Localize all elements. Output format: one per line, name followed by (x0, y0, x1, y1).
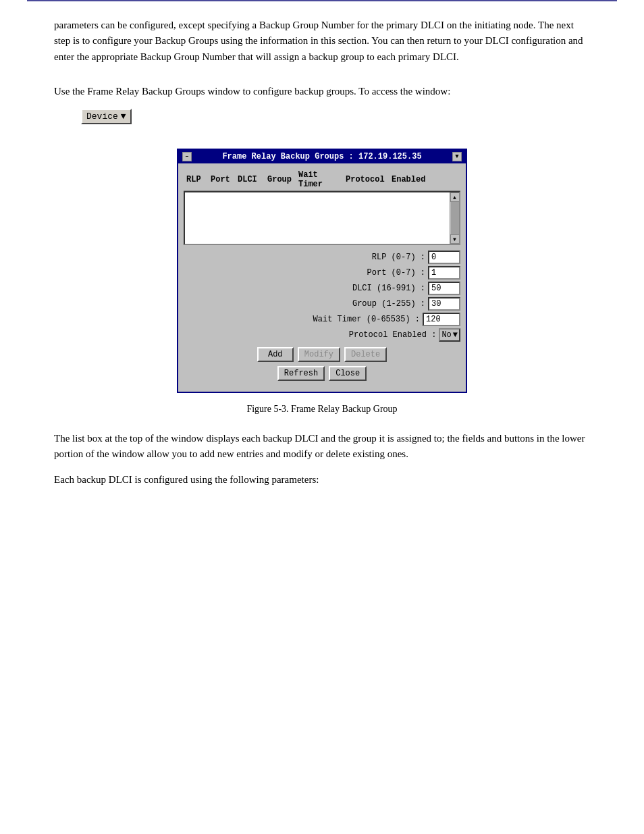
access-text: Use the Frame Relay Backup Groups window… (54, 84, 590, 99)
protocol-label: Protocol Enabled : (321, 330, 436, 340)
scroll-up-icon[interactable]: ▲ (450, 192, 460, 202)
col-wait-header: Wait Timer (298, 170, 346, 189)
protocol-select[interactable]: No ▼ (439, 328, 460, 342)
protocol-value: No (441, 330, 451, 340)
content-area: parameters can be configured, except spe… (54, 18, 590, 488)
rlp-field-row: RLP (0-7) : (184, 251, 460, 264)
dlci-field-row: DLCI (16-991) : (184, 282, 460, 295)
col-port-header: Port (211, 175, 238, 184)
form-rows: RLP (0-7) : Port (0-7) : DLCI (16-991) : (184, 251, 460, 342)
dlci-input[interactable] (428, 282, 460, 295)
col-dlci-header: DLCI (238, 175, 267, 184)
intro-paragraph: parameters can be configured, except spe… (54, 18, 590, 65)
device-button-area: Device ▼ (81, 109, 590, 124)
port-input[interactable] (428, 266, 460, 280)
button-row-2: Refresh Close (184, 366, 460, 381)
col-enabled-header: Enabled (392, 175, 425, 184)
wait-field-row: Wait Timer (0-65535) : (184, 313, 460, 326)
port-label: Port (0-7) : (311, 268, 425, 278)
list-header: RLP Port DLCI Group Wait Timer Protocol … (184, 169, 460, 191)
button-row-1: Add Modify Delete (184, 347, 460, 362)
window-frame: – Frame Relay Backup Groups : 172.19.125… (177, 149, 467, 393)
protocol-dropdown-icon: ▼ (453, 330, 458, 340)
add-button[interactable]: Add (257, 347, 294, 362)
delete-button[interactable]: Delete (344, 347, 387, 362)
port-field-row: Port (0-7) : (184, 266, 460, 280)
scrollbar[interactable]: ▲ ▼ (450, 192, 459, 244)
device-arrow-icon: ▼ (121, 111, 126, 122)
wait-timer-input[interactable] (423, 313, 460, 326)
window-title: Frame Relay Backup Groups : 172.19.125.3… (192, 152, 452, 161)
col-group-header: Group (267, 175, 298, 184)
figure-caption: Figure 5-3. Frame Relay Backup Group (54, 404, 590, 415)
protocol-field-row: Protocol Enabled : No ▼ (184, 328, 460, 342)
window-titlebar: – Frame Relay Backup Groups : 172.19.125… (178, 150, 466, 163)
window-screenshot: – Frame Relay Backup Groups : 172.19.125… (177, 149, 467, 393)
wait-label: Wait Timer (0-65535) : (305, 315, 420, 324)
rlp-label: RLP (0-7) : (311, 253, 425, 262)
dlci-label: DLCI (16-991) : (311, 284, 425, 293)
top-rule (27, 0, 617, 1)
list-area[interactable]: ▲ ▼ (184, 191, 460, 245)
window-menu-icon[interactable]: – (182, 152, 192, 161)
page-container: parameters can be configured, except spe… (0, 0, 644, 834)
description-text: The list box at the top of the window di… (54, 431, 590, 463)
window-body: RLP Port DLCI Group Wait Timer Protocol … (178, 163, 466, 392)
col-rlp-header: RLP (186, 175, 211, 184)
device-button-label: Device (86, 111, 118, 122)
parameters-text: Each backup DLCI is configured using the… (54, 472, 590, 488)
group-input[interactable] (428, 297, 460, 311)
refresh-button[interactable]: Refresh (277, 366, 325, 381)
group-label: Group (1-255) : (311, 299, 425, 309)
modify-button[interactable]: Modify (298, 347, 340, 362)
close-button[interactable]: Close (329, 366, 367, 381)
device-button[interactable]: Device ▼ (81, 109, 132, 124)
window-close-icon[interactable]: ▼ (452, 152, 462, 161)
scroll-down-icon[interactable]: ▼ (450, 234, 460, 244)
col-protocol-header: Protocol (346, 175, 392, 184)
rlp-input[interactable] (428, 251, 460, 264)
scroll-track (451, 202, 459, 234)
group-field-row: Group (1-255) : (184, 297, 460, 311)
